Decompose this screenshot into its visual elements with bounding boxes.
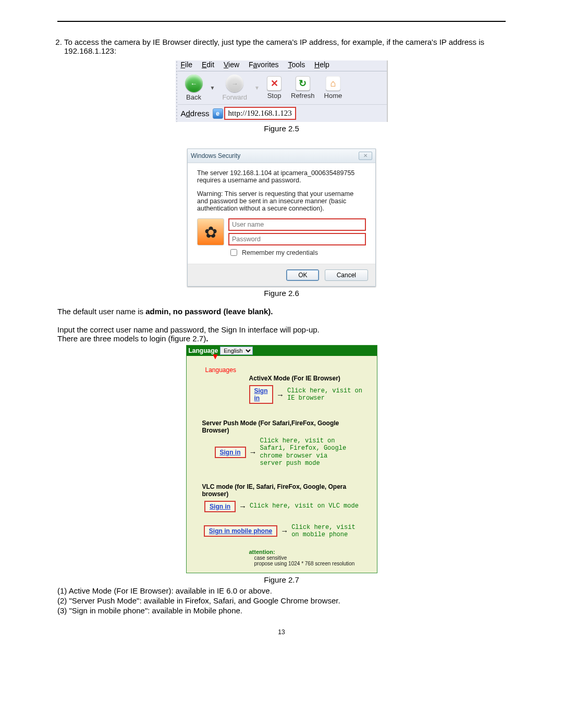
figure-2-5: File Edit View Favorites Tools Help ← Ba… (176, 60, 388, 122)
cancel-button[interactable]: Cancel (325, 269, 368, 281)
browser-menu-bar: File Edit View Favorites Tools Help (178, 60, 387, 71)
menu-favorites[interactable]: Favorites (249, 60, 279, 69)
arrow-icon: → (239, 502, 247, 511)
default-credentials-text: The default user name is admin, no passw… (57, 307, 506, 316)
ie-icon: e (213, 108, 223, 119)
attention-line1: case sensitive (254, 555, 377, 561)
menu-tools[interactable]: Tools (288, 60, 305, 69)
languages-caption: Languages (205, 366, 236, 374)
signin-mobile-button[interactable]: Sign in mobile phone (204, 525, 277, 537)
stop-button[interactable]: ✕ Stop (263, 76, 286, 100)
remember-checkbox[interactable] (230, 249, 237, 256)
server-push-header: Server Push Mode (For Safari,FireFox, Go… (202, 419, 361, 434)
security-line2: Warning: This server is requesting that … (197, 190, 366, 212)
address-label: Address (181, 109, 210, 118)
arrow-icon: → (249, 448, 257, 456)
back-icon: ← (185, 75, 203, 92)
attention-title: attention: (249, 549, 377, 555)
forward-dropdown-icon: ▼ (254, 85, 260, 91)
back-dropdown-icon[interactable]: ▼ (210, 85, 215, 91)
user-avatar-icon: ✿ (197, 218, 224, 245)
remember-credentials[interactable]: Remember my credentials (228, 248, 366, 257)
figure-2-5-caption: Figure 2.5 (57, 124, 506, 133)
figure-2-7-caption: Figure 2.7 (57, 575, 506, 584)
figure-2-6-caption: Figure 2.6 (57, 289, 506, 298)
username-field[interactable] (228, 218, 366, 231)
signin-vlc-button[interactable]: Sign in (204, 501, 236, 512)
arrow-icon: → (276, 390, 284, 399)
menu-edit[interactable]: Edit (202, 60, 214, 69)
address-input[interactable]: http://192.168.1.123 (224, 107, 296, 120)
menu-help[interactable]: Help (314, 60, 329, 69)
serverpush-annotation: Click here, visit on Safari, Firefox, Go… (260, 437, 349, 467)
stop-label: Stop (267, 92, 282, 100)
forward-icon: → (226, 75, 243, 92)
back-label: Back (186, 93, 201, 101)
password-field[interactable] (228, 233, 366, 245)
signin-popup-text: Input the correct user name and password… (57, 325, 506, 334)
closing-line-2: (2) "Server Push Mode": available in Fir… (57, 596, 506, 605)
figure-2-6: Windows Security ✕ The server 192.168.1.… (187, 149, 376, 287)
signin-serverpush-button[interactable]: Sign in (215, 447, 246, 458)
dialog-title: Windows Security (191, 152, 240, 159)
page-number: 13 (57, 628, 506, 636)
home-label: Home (324, 92, 342, 100)
closing-line-3: (3) "Sign in mobile phone": available in… (57, 606, 506, 615)
forward-label: Forward (222, 93, 247, 101)
security-line1: The server 192.168.1.104 at ipcamera_000… (197, 169, 366, 184)
remember-label: Remember my credentials (242, 249, 318, 256)
back-button[interactable]: ← Back (181, 75, 207, 101)
mobile-annotation: Click here, visit on mobile phone (291, 524, 359, 539)
refresh-label: Refresh (291, 92, 315, 100)
attention-line2: propose using 1024 * 768 screen resoluti… (254, 561, 377, 566)
closing-line-1: (1) Active Mode (For IE Browser): availa… (57, 586, 506, 595)
menu-file[interactable]: File (181, 60, 193, 69)
access-camera-instruction: To access the camera by IE Browser direc… (64, 38, 506, 55)
signin-activex-button[interactable]: Sign in (249, 385, 273, 404)
refresh-icon: ↻ (296, 76, 310, 91)
figure-2-7: Language English ▼▼ Languages ActiveX Mo… (186, 345, 377, 573)
close-icon[interactable]: ✕ (359, 152, 372, 160)
ok-button[interactable]: OK (286, 269, 319, 281)
vlc-annotation: Click here, visit on VLC mode (250, 502, 359, 510)
forward-button: → Forward (218, 75, 251, 101)
vlc-mode-header: VLC mode (for IE, Safari, FireFox, Googl… (202, 483, 361, 498)
three-models-text: There are three models to login (figure … (57, 334, 506, 343)
home-icon: ⌂ (326, 76, 340, 91)
menu-view[interactable]: View (224, 60, 239, 69)
activex-annotation: Click here, visit on IE browser (287, 387, 364, 402)
stop-icon: ✕ (267, 76, 282, 91)
activex-mode-header: ActiveX Mode (For IE Browser) (249, 375, 364, 382)
refresh-button[interactable]: ↻ Refresh (287, 76, 319, 100)
home-button[interactable]: ⌂ Home (320, 76, 347, 100)
language-select[interactable]: English (220, 347, 253, 355)
arrow-icon: → (280, 526, 288, 535)
